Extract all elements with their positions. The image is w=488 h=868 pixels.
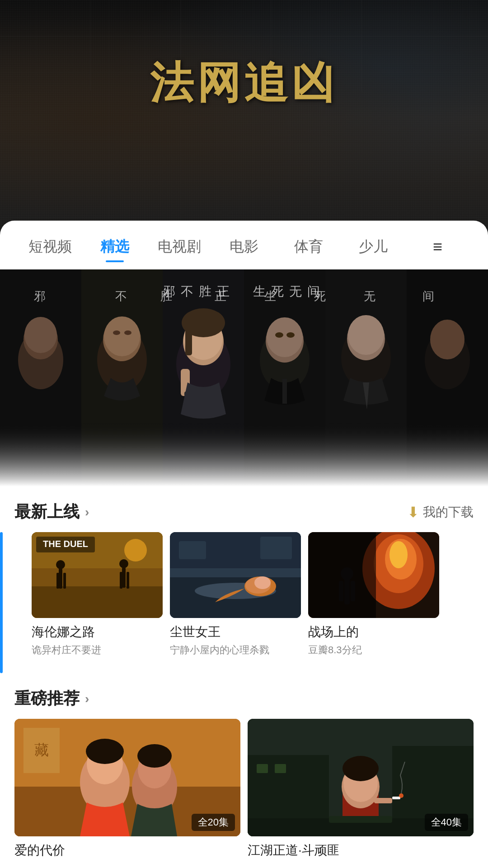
tab-movie[interactable]: 电影 bbox=[212, 233, 277, 260]
svg-point-81 bbox=[389, 541, 408, 568]
svg-rect-86 bbox=[351, 581, 355, 601]
svg-rect-109 bbox=[374, 798, 392, 803]
movie-card-duel[interactable]: THE DUEL 海伦娜之路 诡异村庄不要进 bbox=[32, 532, 163, 659]
svg-rect-75 bbox=[179, 541, 206, 559]
latest-movies-wrapper: THE DUEL 海伦娜之路 诡异村庄不要进 bbox=[0, 532, 488, 673]
episode-badge-jihu: 全40集 bbox=[425, 814, 468, 831]
movie-thumb-queen bbox=[170, 532, 301, 618]
recommend-arrow[interactable]: › bbox=[85, 692, 89, 706]
svg-rect-61 bbox=[63, 573, 66, 589]
tab-more[interactable]: ≡ bbox=[405, 234, 470, 260]
recommend-title: 重磅推荐 › bbox=[14, 688, 89, 710]
svg-rect-103 bbox=[275, 764, 286, 773]
svg-rect-113 bbox=[329, 816, 392, 823]
nav-panel: 短视频 精选 电视剧 电影 体育 少儿 ≡ bbox=[0, 221, 488, 269]
movie-sub-battle: 豆瓣8.3分纪 bbox=[308, 643, 439, 657]
queen-thumb-svg bbox=[170, 532, 301, 618]
banner-illustration: 邪 不 胜 正 生 死 无 间 bbox=[0, 269, 488, 486]
svg-rect-55 bbox=[32, 586, 163, 618]
tab-sports[interactable]: 体育 bbox=[276, 233, 341, 260]
banner-text-left: 邪不胜正 bbox=[163, 283, 235, 300]
svg-rect-62 bbox=[122, 567, 126, 588]
recommend-thumb-love: 藏 全20集 bbox=[14, 719, 240, 836]
svg-rect-83 bbox=[344, 577, 350, 604]
recommend-grid: 藏 全20集 爱的代价 bbox=[0, 719, 488, 868]
banner-overlay-text: 邪不胜正 生死无间 bbox=[0, 283, 488, 300]
svg-point-57 bbox=[124, 539, 147, 561]
svg-point-73 bbox=[254, 576, 271, 589]
movie-card-battle[interactable]: 战场上的 豆瓣8.3分纪 bbox=[308, 532, 439, 659]
duel-thumb-svg: THE DUEL bbox=[32, 532, 163, 618]
battle-thumb-svg bbox=[308, 532, 439, 618]
svg-rect-0 bbox=[0, 0, 488, 235]
svg-rect-110 bbox=[392, 797, 400, 799]
recommend-thumb-jihu: 全40集 bbox=[248, 719, 474, 836]
recommend-title-love: 爱的代价 bbox=[14, 836, 240, 861]
movie-thumb-battle bbox=[308, 532, 439, 618]
svg-rect-58 bbox=[59, 568, 62, 589]
svg-rect-65 bbox=[127, 572, 129, 589]
side-bar-accent bbox=[0, 532, 3, 673]
recommend-title-text: 重磅推荐 bbox=[14, 688, 80, 710]
svg-rect-85 bbox=[339, 581, 343, 601]
hero-bg-svg bbox=[0, 0, 488, 235]
download-icon: ⬇ bbox=[407, 504, 419, 521]
movie-info-battle: 战场上的 豆瓣8.3分纪 bbox=[308, 618, 439, 659]
svg-point-59 bbox=[56, 560, 65, 569]
recommend-section-header: 重磅推荐 › bbox=[0, 673, 488, 719]
movie-card-queen[interactable]: 尘世女王 宁静小屋内的心理杀戮 bbox=[170, 532, 301, 659]
tab-kids[interactable]: 少儿 bbox=[341, 233, 405, 260]
latest-section-header: 最新上线 › ⬇ 我的下载 bbox=[0, 486, 488, 532]
download-label: 我的下载 bbox=[423, 504, 474, 521]
svg-point-97 bbox=[137, 744, 172, 768]
svg-point-108 bbox=[343, 756, 379, 781]
svg-rect-64 bbox=[120, 572, 122, 589]
movie-title-battle: 战场上的 bbox=[308, 623, 439, 641]
banner-area[interactable]: 邪不胜正 生死无间 bbox=[0, 269, 488, 486]
svg-text:藏: 藏 bbox=[34, 742, 49, 758]
latest-movies-grid: THE DUEL 海伦娜之路 诡异村庄不要进 bbox=[17, 532, 488, 673]
nav-tabs: 短视频 精选 电视剧 电影 体育 少儿 ≡ bbox=[0, 221, 488, 269]
svg-point-63 bbox=[119, 559, 128, 568]
svg-text:THE DUEL: THE DUEL bbox=[43, 539, 88, 549]
movie-title-duel: 海伦娜之路 bbox=[32, 623, 163, 641]
latest-title: 最新上线 › bbox=[14, 501, 89, 523]
movie-info-queen: 尘世女王 宁静小屋内的心理杀戮 bbox=[170, 618, 301, 659]
recommend-card-love[interactable]: 藏 全20集 爱的代价 bbox=[14, 719, 240, 861]
movie-sub-queen: 宁静小屋内的心理杀戮 bbox=[170, 643, 301, 657]
tab-featured[interactable]: 精选 bbox=[83, 233, 147, 260]
episode-badge-love: 全20集 bbox=[192, 814, 235, 831]
svg-rect-60 bbox=[56, 573, 59, 589]
latest-title-text: 最新上线 bbox=[14, 501, 80, 523]
svg-point-84 bbox=[341, 567, 353, 580]
download-button[interactable]: ⬇ 我的下载 bbox=[407, 504, 474, 521]
svg-point-96 bbox=[86, 739, 124, 764]
banner-text-right: 生死无间 bbox=[253, 283, 325, 300]
movie-thumb-duel: THE DUEL bbox=[32, 532, 163, 618]
hero-section: 法网追凶 bbox=[0, 0, 488, 235]
tab-tv[interactable]: 电视剧 bbox=[147, 233, 212, 260]
movie-sub-duel: 诡异村庄不要进 bbox=[32, 643, 163, 657]
movie-title-queen: 尘世女王 bbox=[170, 623, 301, 641]
tab-short[interactable]: 短视频 bbox=[18, 233, 83, 260]
content-area: 最新上线 › ⬇ 我的下载 bbox=[0, 486, 488, 868]
svg-rect-76 bbox=[260, 537, 292, 559]
latest-arrow[interactable]: › bbox=[85, 505, 89, 519]
recommend-card-jihu[interactable]: 全40集 江湖正道·斗顽匪 bbox=[248, 719, 474, 861]
svg-point-111 bbox=[399, 793, 404, 798]
hero-title: 法网追凶 bbox=[0, 54, 488, 113]
movie-info-duel: 海伦娜之路 诡异村庄不要进 bbox=[32, 618, 163, 659]
svg-rect-102 bbox=[257, 764, 268, 773]
svg-rect-45 bbox=[0, 269, 488, 486]
recommend-title-jihu: 江湖正道·斗顽匪 bbox=[248, 836, 474, 861]
